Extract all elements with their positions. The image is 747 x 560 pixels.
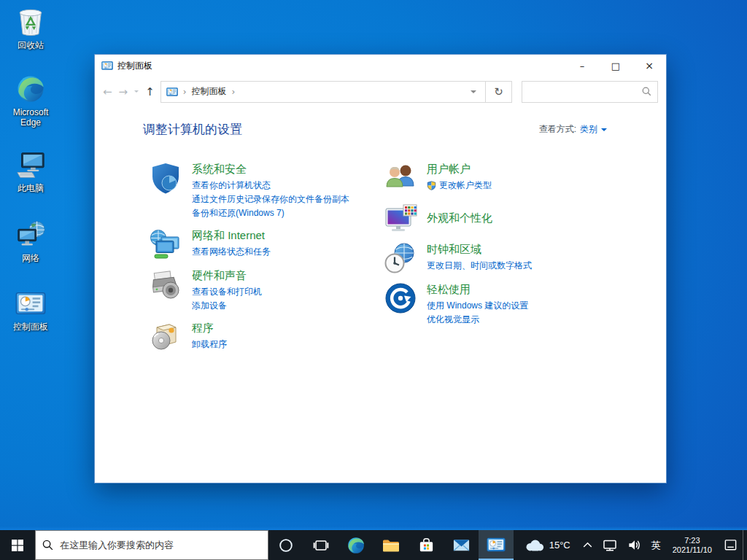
taskbar-control-panel-button[interactable]: [479, 530, 514, 560]
view-by-label: 查看方式:: [539, 123, 576, 136]
category-clock-region: 时钟和区域 更改日期、时间或数字格式: [384, 242, 666, 274]
clock-tray[interactable]: 7:23 2021/11/10: [666, 536, 719, 555]
chevron-up-icon: [583, 542, 592, 548]
desktop: 回收站 Microsoft Edge 此电脑: [0, 0, 747, 560]
link-appearance-personalization[interactable]: 外观和个性化: [427, 211, 492, 225]
desktop-icon-label: 回收站: [18, 40, 44, 50]
ease-of-access-icon: [384, 282, 417, 314]
breadcrumb-control-panel[interactable]: 控制面板: [192, 85, 227, 98]
minimize-button[interactable]: –: [565, 55, 599, 77]
chevron-right-icon[interactable]: ›: [232, 87, 236, 97]
microsoft-store-icon: [417, 536, 436, 554]
link-check-computer-status[interactable]: 查看你的计算机状态: [192, 179, 349, 192]
taskbar: 15°C 英 7:2: [0, 530, 747, 560]
taskbar-mail-button[interactable]: [444, 530, 479, 560]
forward-button[interactable]: →: [119, 85, 128, 98]
network-monitors-icon: [150, 228, 182, 260]
link-change-account-type[interactable]: 更改帐户类型: [427, 179, 492, 192]
dropdown-arrow-icon: [601, 128, 607, 134]
edge-icon: [15, 73, 47, 105]
control-panel-icon: [166, 86, 178, 98]
chevron-right-icon: ›: [183, 87, 187, 97]
link-backup-restore-win7[interactable]: 备份和还原(Windows 7): [192, 206, 349, 220]
cortana-icon: [277, 537, 295, 554]
shield-icon: [150, 162, 182, 194]
network-tray-button[interactable]: [597, 530, 622, 560]
start-button[interactable]: [0, 530, 35, 560]
control-panel-content: 调整计算机的设置 查看方式: 类别: [95, 106, 666, 483]
window-title: 控制面板: [117, 60, 152, 72]
up-button[interactable]: ↑: [145, 85, 155, 98]
link-suggested-settings[interactable]: 使用 Windows 建议的设置: [427, 299, 528, 313]
refresh-button[interactable]: ↻: [485, 82, 511, 102]
link-network-internet[interactable]: 网络和 Internet: [192, 229, 271, 243]
desktop-icon-label: Microsoft Edge: [3, 107, 58, 128]
show-desktop-button[interactable]: [743, 530, 747, 560]
desktop-icon-control-panel[interactable]: 控制面板: [3, 287, 58, 332]
cloud-icon: [524, 538, 544, 552]
control-panel-icon: [101, 60, 113, 71]
link-hardware-sound[interactable]: 硬件和声音: [192, 269, 262, 283]
mail-icon: [452, 536, 471, 554]
link-add-device[interactable]: 添加设备: [192, 299, 262, 313]
tray-date: 2021/11/10: [673, 545, 712, 555]
link-clock-region[interactable]: 时钟和区域: [427, 243, 532, 257]
category-programs: 程序 卸载程序: [150, 321, 384, 353]
control-panel-icon: [15, 287, 47, 319]
volume-tray-button[interactable]: [622, 530, 646, 560]
recent-pages-dropdown-icon[interactable]: [134, 90, 139, 95]
link-programs[interactable]: 程序: [192, 322, 227, 335]
view-by-dropdown[interactable]: 类别: [580, 123, 607, 136]
window-search-input[interactable]: [528, 87, 642, 97]
close-button[interactable]: ×: [632, 55, 666, 77]
desktop-icon-edge[interactable]: Microsoft Edge: [3, 73, 58, 128]
cortana-button[interactable]: [268, 530, 303, 560]
uac-shield-icon: [427, 181, 436, 190]
back-button[interactable]: ←: [103, 85, 112, 98]
action-center-icon: [724, 538, 738, 552]
link-network-status-tasks[interactable]: 查看网络状态和任务: [192, 245, 271, 259]
tray-time: 7:23: [673, 536, 712, 545]
desktop-icon-this-pc[interactable]: 此电脑: [3, 149, 58, 193]
link-uninstall-program[interactable]: 卸载程序: [192, 338, 227, 351]
link-system-security[interactable]: 系统和安全: [192, 163, 349, 176]
this-pc-icon: [15, 149, 47, 181]
taskbar-search-box[interactable]: [35, 530, 268, 560]
program-box-cd-icon: [150, 321, 182, 353]
action-center-button[interactable]: [719, 530, 743, 560]
desktop-icon-label: 此电脑: [18, 183, 44, 193]
task-view-icon: [312, 537, 330, 554]
desktop-icon-label: 控制面板: [13, 322, 48, 332]
window-search-box[interactable]: [522, 81, 658, 103]
link-change-date-time-format[interactable]: 更改日期、时间或数字格式: [427, 259, 532, 273]
address-dropdown-icon[interactable]: [471, 90, 476, 96]
link-optimize-visual-display[interactable]: 优化视觉显示: [427, 313, 528, 327]
edge-icon: [347, 536, 365, 555]
maximize-button[interactable]: □: [599, 55, 632, 77]
desktop-icon-network[interactable]: 网络: [3, 219, 58, 263]
link-user-accounts[interactable]: 用户帐户: [427, 163, 492, 176]
windows-logo-icon: [12, 540, 23, 551]
ethernet-icon: [603, 538, 617, 553]
clock-globe-icon: [384, 242, 417, 274]
category-system-security: 系统和安全 查看你的计算机状态 通过文件历史记录保存你的文件备份副本 备份和还原…: [150, 162, 384, 220]
control-panel-window: 控制面板 – □ × ← → ↑ › 控制面板 ›: [94, 54, 667, 483]
category-user-accounts: 用户帐户 更改帐户类型: [384, 162, 666, 194]
link-ease-of-access[interactable]: 轻松使用: [427, 283, 528, 297]
link-devices-printers[interactable]: 查看设备和打印机: [192, 285, 262, 299]
taskbar-file-explorer-button[interactable]: [374, 530, 409, 560]
desktop-icon-recycle-bin[interactable]: 回收站: [3, 6, 58, 50]
taskbar-search-input[interactable]: [60, 540, 261, 551]
tray-overflow-button[interactable]: [578, 530, 597, 560]
link-file-history-backup[interactable]: 通过文件历史记录保存你的文件备份副本: [192, 192, 349, 206]
personalization-icon: [384, 202, 417, 234]
task-view-button[interactable]: [303, 530, 338, 560]
address-bar[interactable]: › 控制面板 ›: [161, 82, 485, 102]
navigation-toolbar: ← → ↑ › 控制面板 › ↻: [95, 77, 666, 106]
taskbar-store-button[interactable]: [409, 530, 444, 560]
category-hardware-sound: 硬件和声音 查看设备和打印机 添加设备: [150, 268, 384, 313]
taskbar-edge-button[interactable]: [338, 530, 374, 560]
ime-language-indicator[interactable]: 英: [646, 530, 666, 560]
title-bar[interactable]: 控制面板 – □ ×: [95, 55, 666, 77]
weather-widget[interactable]: 15°C: [516, 538, 578, 552]
